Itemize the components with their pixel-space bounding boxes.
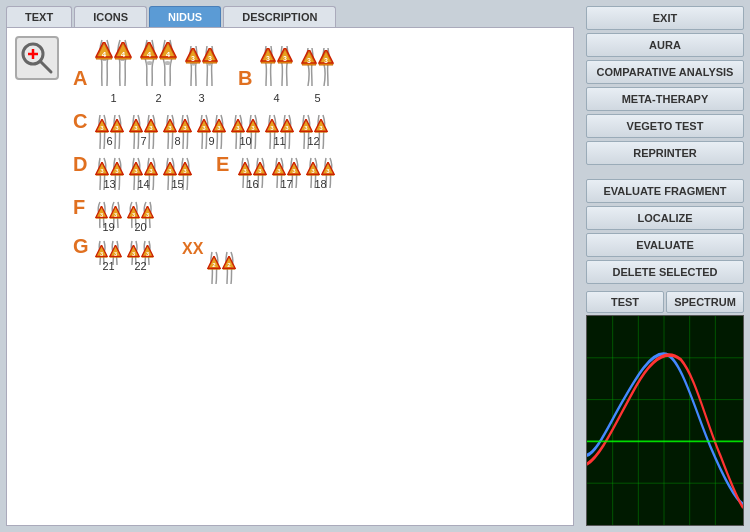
- row-label-e: E: [216, 153, 238, 190]
- chrom-8[interactable]: 338: [163, 113, 192, 147]
- chrom-22[interactable]: 3322: [127, 239, 154, 272]
- svg-text:3: 3: [319, 124, 323, 131]
- row-label-a: A: [73, 67, 95, 104]
- chrom-18[interactable]: 3318: [306, 156, 335, 190]
- svg-text:2: 2: [228, 261, 232, 268]
- tab-description[interactable]: DESCRIPTION: [223, 6, 336, 27]
- svg-text:3: 3: [149, 167, 153, 174]
- svg-text:3: 3: [202, 124, 206, 131]
- tab-bar: TEXT ICONS NIDUS DESCRIPTION: [0, 0, 580, 27]
- svg-text:3: 3: [146, 212, 149, 218]
- svg-text:3: 3: [100, 212, 103, 218]
- aura-button[interactable]: AURA: [586, 33, 744, 57]
- tab-nidus[interactable]: NIDUS: [149, 6, 221, 27]
- svg-text:3: 3: [326, 167, 330, 174]
- chrom-19[interactable]: 3319: [95, 200, 122, 233]
- svg-point-13: [164, 61, 170, 65]
- svg-text:3: 3: [115, 167, 119, 174]
- svg-text:4: 4: [166, 50, 171, 59]
- graph-section: TEST SPECTRUM: [586, 291, 744, 526]
- chrom-15[interactable]: 3315: [163, 156, 192, 190]
- localize-button[interactable]: LOCALIZE: [586, 206, 744, 230]
- evaluate-button[interactable]: EVALUATE: [586, 233, 744, 257]
- chrom-5[interactable]: 3 3 5: [301, 46, 334, 104]
- svg-text:3: 3: [168, 124, 172, 131]
- row-label-b: B: [238, 67, 260, 104]
- svg-text:3: 3: [311, 167, 315, 174]
- chrom-2[interactable]: 4 4 2: [140, 38, 177, 104]
- row-label-c: C: [73, 110, 95, 147]
- graph-canvas: [586, 315, 744, 526]
- chrom-20[interactable]: 3320: [127, 200, 154, 233]
- chrom-1[interactable]: 4 4 1: [95, 38, 132, 104]
- svg-text:3: 3: [100, 124, 104, 131]
- svg-text:3: 3: [236, 124, 240, 131]
- right-panel: EXIT AURA COMPARATIVE ANALYSIS META-THER…: [580, 0, 750, 532]
- svg-text:3: 3: [258, 167, 262, 174]
- graph-tab-bar: TEST SPECTRUM: [586, 291, 744, 313]
- exit-button[interactable]: EXIT: [586, 6, 744, 30]
- svg-text:3: 3: [270, 124, 274, 131]
- chrom-num-1: 1: [110, 92, 116, 104]
- svg-text:3: 3: [285, 124, 289, 131]
- chrom-16[interactable]: 3316: [238, 156, 267, 190]
- svg-text:3: 3: [251, 124, 255, 131]
- svg-text:3: 3: [217, 124, 221, 131]
- row-label-d: D: [73, 153, 95, 190]
- chrom-[interactable]: 22: [207, 250, 236, 272]
- row-label-g: G: [73, 235, 95, 272]
- chrom-3[interactable]: 3 3 3: [185, 44, 218, 104]
- svg-text:3: 3: [324, 57, 328, 64]
- svg-line-1: [40, 61, 51, 72]
- content-area: A: [6, 27, 574, 526]
- comparative-analysis-button[interactable]: COMPARATIVE ANALYSIS: [586, 60, 744, 84]
- evaluate-fragment-button[interactable]: EVALUATE FRAGMENT: [586, 179, 744, 203]
- svg-text:3: 3: [132, 212, 135, 218]
- svg-text:3: 3: [100, 251, 103, 257]
- svg-text:3: 3: [168, 167, 172, 174]
- chromosome-display: A: [73, 38, 565, 272]
- svg-text:3: 3: [208, 55, 212, 62]
- svg-text:3: 3: [115, 124, 119, 131]
- chrom-11[interactable]: 3311: [265, 113, 294, 147]
- chrom-7[interactable]: 337: [129, 113, 158, 147]
- left-panel: TEXT ICONS NIDUS DESCRIPTION A: [0, 0, 580, 532]
- chrom-21[interactable]: 3321: [95, 239, 122, 272]
- delete-selected-button[interactable]: DELETE SELECTED: [586, 260, 744, 284]
- svg-text:3: 3: [304, 124, 308, 131]
- chrom-num-4: 4: [273, 92, 279, 104]
- tab-text[interactable]: TEXT: [6, 6, 72, 27]
- svg-text:3: 3: [134, 124, 138, 131]
- chrom-14[interactable]: 3314: [129, 156, 158, 190]
- chrom-num-2: 2: [155, 92, 161, 104]
- meta-therapy-button[interactable]: META-THERAPY: [586, 87, 744, 111]
- chrom-4[interactable]: 3 3 4: [260, 44, 293, 104]
- spectrum-tab[interactable]: SPECTRUM: [666, 291, 744, 313]
- svg-text:2: 2: [213, 261, 217, 268]
- tab-icons[interactable]: ICONS: [74, 6, 147, 27]
- chrom-6[interactable]: 336: [95, 113, 124, 147]
- svg-text:4: 4: [102, 50, 107, 59]
- chrom-13[interactable]: 3313: [95, 156, 124, 190]
- row-label-xx: XX: [182, 240, 203, 272]
- svg-text:3: 3: [292, 167, 296, 174]
- chrom-12[interactable]: 3312: [299, 113, 328, 147]
- svg-text:3: 3: [114, 212, 117, 218]
- chrom-num-5: 5: [314, 92, 320, 104]
- svg-text:3: 3: [134, 167, 138, 174]
- chrom-10[interactable]: 3310: [231, 113, 260, 147]
- magnifier-tool[interactable]: [15, 36, 59, 80]
- svg-text:3: 3: [266, 55, 270, 62]
- vegeto-test-button[interactable]: VEGETO TEST: [586, 114, 744, 138]
- svg-text:3: 3: [307, 57, 311, 64]
- chrom-9[interactable]: 339: [197, 113, 226, 147]
- chrom-17[interactable]: 3317: [272, 156, 301, 190]
- svg-text:3: 3: [277, 167, 281, 174]
- svg-text:3: 3: [132, 251, 135, 257]
- svg-text:3: 3: [191, 55, 195, 62]
- test-tab[interactable]: TEST: [586, 291, 664, 313]
- svg-text:4: 4: [121, 50, 126, 59]
- svg-point-12: [146, 61, 152, 65]
- reprinter-button[interactable]: REPRINTER: [586, 141, 744, 165]
- svg-text:3: 3: [114, 251, 117, 257]
